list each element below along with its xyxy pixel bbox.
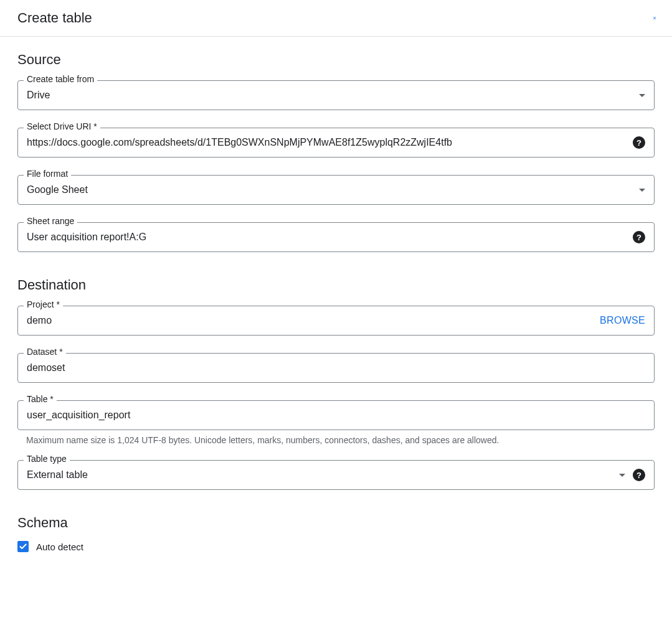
dataset-box [17,353,655,383]
auto-detect-checkbox[interactable] [17,541,29,552]
chevron-down-icon [619,474,625,477]
table-type-label: Table type [24,454,70,464]
section-title-destination: Destination [17,277,655,293]
help-icon[interactable]: ? [633,136,645,149]
drive-uri-box: ? [17,128,655,157]
sheet-range-input[interactable] [27,224,625,250]
table-type-select[interactable]: External table [27,462,625,488]
table-type-value: External table [27,462,614,488]
file-format-label: File format [24,169,71,179]
sheet-range-label: Sheet range [24,216,77,226]
table-field: Table * [17,400,655,430]
dataset-input[interactable] [27,355,645,381]
section-title-source: Source [17,52,655,68]
table-helper-text: Maximum name size is 1,024 UTF-8 bytes. … [26,435,655,445]
dialog-header: Create table [0,0,672,37]
sheet-range-box: ? [17,222,655,252]
help-icon[interactable]: ? [633,231,645,243]
table-type-box: External table ? [17,460,655,490]
table-box [17,400,655,430]
auto-detect-row: Auto detect [17,541,655,552]
create-table-from-label: Create table from [24,74,97,84]
dataset-label: Dataset * [24,347,66,357]
table-type-field: Table type External table ? [17,460,655,490]
dataset-field: Dataset * [17,353,655,383]
project-input[interactable] [27,308,595,334]
project-label: Project * [24,299,63,309]
create-table-from-select[interactable]: Drive [17,80,655,110]
auto-detect-label: Auto detect [36,542,83,552]
drive-uri-label: Select Drive URI * [24,121,100,131]
create-table-from-value: Drive [27,82,634,108]
file-format-select[interactable]: Google Sheet [17,175,655,205]
section-title-schema: Schema [17,515,655,531]
table-label: Table * [24,394,57,404]
close-icon[interactable] [652,12,657,24]
drive-uri-field: Select Drive URI * ? [17,128,655,157]
file-format-value: Google Sheet [27,177,634,203]
create-table-from-field: Create table from Drive [17,80,655,110]
project-box: BROWSE [17,306,655,336]
project-field: Project * BROWSE [17,306,655,336]
dialog-title: Create table [17,10,92,26]
chevron-down-icon [639,94,645,97]
file-format-field: File format Google Sheet [17,175,655,205]
chevron-down-icon [639,189,645,192]
sheet-range-field: Sheet range ? [17,222,655,252]
dialog-content: Source Create table from Drive Select Dr… [0,37,672,567]
browse-button[interactable]: BROWSE [600,315,645,326]
drive-uri-input[interactable] [27,129,625,156]
table-input[interactable] [27,402,645,428]
help-icon[interactable]: ? [633,469,645,481]
